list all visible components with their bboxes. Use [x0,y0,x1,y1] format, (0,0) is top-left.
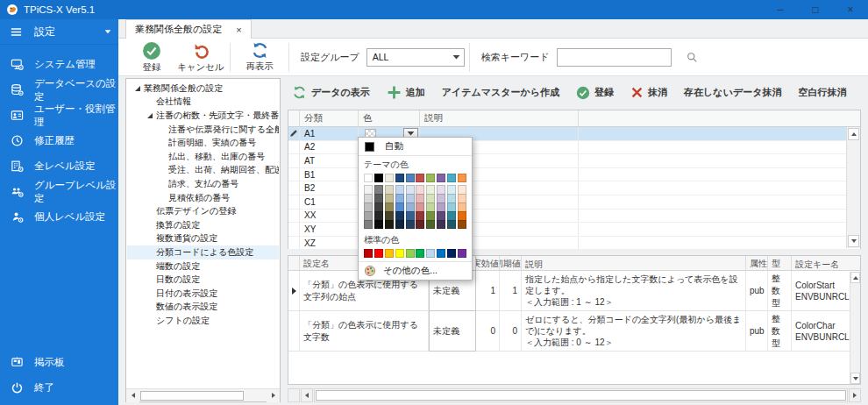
color-swatch[interactable] [447,194,456,202]
scroll-thumb[interactable] [140,391,244,401]
color-swatch[interactable] [406,211,415,220]
settings-col-header[interactable]: 実効値 [476,256,500,270]
color-swatch[interactable] [426,194,435,202]
color-swatch[interactable] [374,185,383,194]
settings-vertical-scrollbar[interactable] [850,272,860,384]
color-swatch[interactable] [385,202,394,211]
color-swatch[interactable] [395,249,404,258]
color-swatch[interactable] [447,220,456,229]
tree-horizontal-scrollbar[interactable] [126,388,280,401]
color-swatch[interactable] [447,185,456,194]
grid-col-description[interactable]: 説明 [420,110,579,126]
sidebar-item[interactable]: 修正履歴 [0,128,118,153]
settings-col-header[interactable]: 初期値 [500,256,522,270]
sidebar-item[interactable]: 終了 [0,375,118,401]
grid-toolbar-button[interactable]: 登録 [576,86,614,100]
tree-item[interactable]: 日数の設定 [127,273,279,287]
sidebar-item[interactable]: 個人レベル設定 [0,204,118,230]
refresh-button[interactable]: 再表示 [235,41,284,73]
color-swatch[interactable] [458,202,466,211]
color-swatch[interactable] [416,211,424,220]
search-input[interactable] [558,49,687,66]
bottom-horizontal-scrollbar[interactable] [288,388,861,402]
auto-color-item[interactable]: 自動 [359,138,472,156]
close-button[interactable]: × [833,0,868,19]
tree-item[interactable]: 注番や伝票発行に関する全般の設定 [127,123,279,137]
color-swatch[interactable] [437,249,445,258]
grid-toolbar-button[interactable]: 存在しないデータ抹消 [684,86,781,99]
sidebar-item[interactable]: 掲示板 [0,350,118,375]
color-swatch[interactable] [416,174,424,182]
color-swatch[interactable] [406,249,415,258]
tree-item[interactable]: 分類コードによる色設定 [127,245,279,259]
cell-category[interactable]: XY [300,223,359,236]
sidebar-header[interactable]: 設定 [0,19,118,45]
color-swatch[interactable] [416,194,424,202]
color-swatch[interactable] [426,249,435,258]
scroll-down-icon[interactable] [848,235,859,247]
cell-category[interactable]: AT [300,154,359,167]
color-swatch[interactable] [374,202,383,211]
tree-item[interactable]: 換算の設定 [127,218,279,232]
color-swatch[interactable] [426,211,435,220]
color-swatch[interactable] [364,174,373,182]
color-swatch[interactable] [406,194,415,202]
color-swatch[interactable] [385,185,394,194]
color-swatch[interactable] [447,211,456,220]
grid-col-color[interactable]: 色 [359,110,420,126]
chevron-down-icon[interactable] [449,49,464,66]
tree-item[interactable]: 業務関係全般の設定 [127,82,279,96]
sidebar-item[interactable]: 全レベル設定 [0,153,118,179]
scroll-thumb[interactable] [316,390,846,401]
color-swatch[interactable] [406,202,415,211]
color-swatch[interactable] [426,174,435,182]
tree-item[interactable]: 会社情報 [127,96,279,110]
scroll-down-icon[interactable] [850,373,860,384]
color-swatch[interactable] [458,174,466,182]
hamburger-icon[interactable] [10,25,23,39]
color-swatch[interactable] [437,211,445,220]
color-swatch[interactable] [395,194,404,202]
tree-item[interactable]: 注番の桁数・先頭文字・最終番号の設定 [127,109,279,123]
color-swatch[interactable] [385,174,394,182]
color-swatch[interactable] [437,185,445,194]
tree-item[interactable]: 受注、出荷、納期回答、配送の番号 [127,164,279,178]
color-swatch[interactable] [416,249,424,258]
more-colors-item[interactable]: その他の色... [359,261,472,280]
color-swatch[interactable] [395,211,404,220]
color-swatch[interactable] [426,185,435,194]
color-swatch[interactable] [385,249,394,258]
sidebar-item[interactable]: グループレベル設定 [0,179,118,204]
color-swatch[interactable] [458,185,466,194]
color-swatch[interactable] [406,185,415,194]
color-swatch[interactable] [426,220,435,229]
color-swatch[interactable] [395,185,404,194]
color-swatch[interactable] [364,202,373,211]
cell-category[interactable]: B2 [300,181,359,195]
color-swatch[interactable] [458,249,466,258]
scroll-up-icon[interactable] [848,128,859,140]
maximize-button[interactable]: □ [798,0,833,19]
color-swatch[interactable] [447,174,456,182]
cancel-button[interactable]: キャンセル [176,41,225,74]
color-swatch[interactable] [458,220,466,229]
settings-group-select[interactable]: ALL [366,48,465,67]
color-swatch[interactable] [458,194,466,202]
tree-item[interactable]: 計画明細、実績の番号 [127,136,279,150]
cell-category[interactable]: XX [300,210,359,223]
color-swatch[interactable] [395,174,404,182]
tree-item[interactable]: 日付の表示設定 [127,287,279,301]
chevron-down-icon[interactable] [104,29,111,34]
sidebar-item[interactable]: データベースの設定 [0,77,118,103]
color-swatch[interactable] [416,220,424,229]
color-swatch[interactable] [385,211,394,220]
color-swatch[interactable] [374,220,383,229]
tree-item[interactable]: 伝票デザインの登録 [127,204,279,218]
search-icon[interactable] [687,52,698,63]
color-swatch[interactable] [416,185,424,194]
grid-toolbar-button[interactable]: データの表示 [292,85,370,100]
color-swatch[interactable] [364,220,373,229]
tree-item[interactable]: 見積依頼の番号 [127,191,279,205]
color-swatch[interactable] [374,174,383,182]
color-swatch[interactable] [364,249,373,258]
